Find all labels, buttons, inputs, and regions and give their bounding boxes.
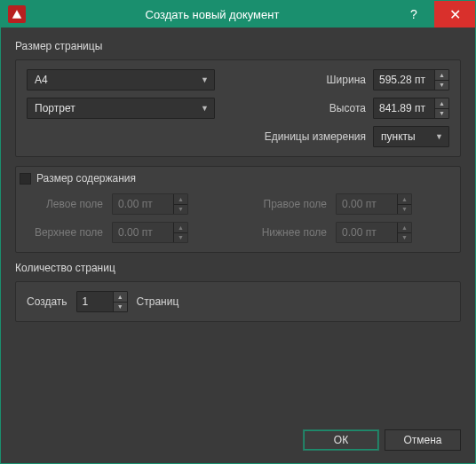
left-margin-label: Левое поле: [27, 198, 112, 210]
spin-up-icon[interactable]: ▲: [434, 98, 448, 109]
spin-down-icon[interactable]: ▼: [434, 81, 448, 90]
cancel-button[interactable]: Отмена: [385, 429, 461, 451]
page-count-spinner[interactable]: 1 ▲▼: [76, 291, 128, 312]
help-button[interactable]: ?: [393, 1, 434, 28]
dialog-body: Размер страницы A4 ▼ Ширина 595.28 пт ▲▼: [1, 28, 475, 463]
spin-down-icon: ▼: [173, 233, 187, 243]
close-button[interactable]: ✕: [434, 1, 475, 28]
content-size-section-label: Размер содержания: [36, 172, 136, 185]
spin-down-icon[interactable]: ▼: [113, 303, 127, 312]
chevron-down-icon: ▼: [201, 75, 209, 84]
window-title: Создать новый документ: [31, 8, 393, 21]
top-margin-value: 0.00 пт: [118, 226, 153, 239]
spin-down-icon: ▼: [173, 205, 187, 215]
spin-up-icon: ▲: [173, 194, 187, 205]
height-label: Высота: [266, 102, 373, 114]
spin-down-icon[interactable]: ▼: [434, 109, 448, 119]
ok-button[interactable]: ОК: [303, 429, 379, 451]
bottom-margin-value: 0.00 пт: [342, 226, 377, 239]
right-margin-label: Правое поле: [250, 198, 336, 210]
top-margin-label: Верхнее поле: [27, 226, 112, 239]
top-margin-spinner: 0.00 пт ▲▼: [112, 222, 188, 243]
dialog-window: Создать новый документ ? ✕ Размер страни…: [0, 0, 476, 464]
width-label: Ширина: [266, 74, 373, 86]
titlebar: Создать новый документ ? ✕: [1, 1, 475, 28]
right-margin-value: 0.00 пт: [342, 198, 377, 210]
dialog-footer: ОК Отмена: [303, 429, 461, 451]
page-count-value: 1: [83, 295, 89, 308]
units-combo[interactable]: пункты ▼: [373, 126, 449, 147]
units-label: Единицы измерения: [265, 130, 373, 143]
pages-suffix-label: Страниц: [137, 295, 179, 308]
spin-up-icon[interactable]: ▲: [113, 292, 127, 303]
spin-down-icon: ▼: [397, 205, 411, 215]
bottom-margin-spinner: 0.00 пт ▲▼: [336, 222, 412, 243]
height-value: 841.89 пт: [379, 102, 425, 114]
height-spinner[interactable]: 841.89 пт ▲▼: [373, 98, 449, 119]
right-margin-spinner: 0.00 пт ▲▼: [336, 193, 412, 215]
spin-up-icon: ▲: [173, 223, 187, 233]
create-label: Создать: [27, 295, 67, 308]
width-spinner[interactable]: 595.28 пт ▲▼: [373, 69, 449, 90]
left-margin-value: 0.00 пт: [118, 198, 153, 210]
bottom-margin-label: Нижнее поле: [250, 226, 336, 239]
chevron-down-icon: ▼: [435, 132, 443, 141]
chevron-down-icon: ▼: [201, 104, 209, 113]
left-margin-spinner: 0.00 пт ▲▼: [112, 193, 188, 215]
content-size-panel: Размер содержания Левое поле 0.00 пт ▲▼ …: [15, 166, 461, 253]
page-size-section-label: Размер страницы: [15, 40, 461, 52]
page-preset-combo[interactable]: A4 ▼: [27, 69, 215, 90]
spin-up-icon[interactable]: ▲: [434, 70, 448, 81]
spin-down-icon: ▼: [397, 233, 411, 243]
page-count-section-label: Количество страниц: [15, 262, 461, 274]
units-value: пункты: [381, 130, 416, 143]
width-value: 595.28 пт: [379, 74, 425, 86]
page-preset-value: A4: [35, 74, 48, 86]
orientation-combo[interactable]: Портрет ▼: [27, 98, 215, 119]
app-icon: [8, 5, 26, 23]
page-size-panel: A4 ▼ Ширина 595.28 пт ▲▼ Портрет: [15, 59, 461, 157]
orientation-value: Портрет: [35, 102, 75, 114]
page-count-panel: Создать 1 ▲▼ Страниц: [15, 281, 461, 322]
content-size-checkbox[interactable]: [20, 173, 31, 185]
spin-up-icon: ▲: [397, 194, 411, 205]
spin-up-icon: ▲: [397, 223, 411, 233]
